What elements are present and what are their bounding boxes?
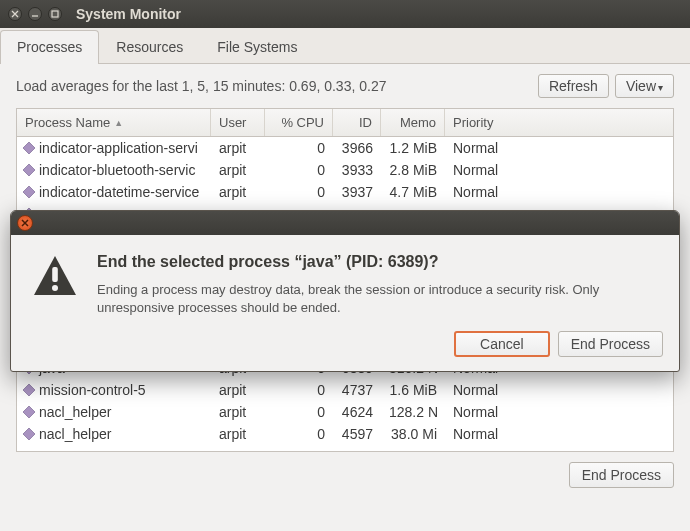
window-titlebar: System Monitor <box>0 0 690 28</box>
cell-user: arpit <box>211 402 265 422</box>
cell-user: arpit <box>211 424 265 444</box>
refresh-button[interactable]: Refresh <box>538 74 609 98</box>
table-row[interactable]: indicator-bluetooth-servicarpit039332.8 … <box>17 159 673 181</box>
window-close-button[interactable] <box>8 7 22 21</box>
column-id[interactable]: ID <box>333 109 381 136</box>
window-maximize-button[interactable] <box>48 7 62 21</box>
cell-cpu: 0 <box>265 402 333 422</box>
tab-resources[interactable]: Resources <box>99 30 200 63</box>
cell-user: arpit <box>211 138 265 158</box>
dialog-confirm-button[interactable]: End Process <box>558 331 663 357</box>
footer: End Process <box>0 452 690 498</box>
cell-process-name: nacl_helper <box>17 424 211 444</box>
cell-process-name: indicator-application-servi <box>17 138 211 158</box>
column-process-name[interactable]: Process Name▲ <box>17 109 211 136</box>
window-controls <box>8 7 62 21</box>
dialog-cancel-button[interactable]: Cancel <box>454 331 550 357</box>
dialog-body-text: Ending a process may destroy data, break… <box>97 281 659 317</box>
table-header: Process Name▲ User % CPU ID Memo Priorit… <box>17 109 673 137</box>
cell-memory: 1.6 MiB <box>381 380 445 400</box>
cell-user: arpit <box>211 160 265 180</box>
tab-processes[interactable]: Processes <box>0 30 99 64</box>
cell-cpu: 0 <box>265 160 333 180</box>
table-row[interactable]: nacl_helperarpit0459738.0 MiNormal <box>17 423 673 445</box>
view-menu-button[interactable]: View▾ <box>615 74 674 98</box>
cell-cpu: 0 <box>265 424 333 444</box>
tab-bar: ProcessesResourcesFile Systems <box>0 28 690 64</box>
cell-cpu: 0 <box>265 138 333 158</box>
table-row[interactable]: indicator-application-serviarpit039661.2… <box>17 137 673 159</box>
toolbar: Load averages for the last 1, 5, 15 minu… <box>0 64 690 108</box>
cell-cpu: 0 <box>265 380 333 400</box>
cell-user: arpit <box>211 182 265 202</box>
column-priority[interactable]: Priority <box>445 109 673 136</box>
cell-memory: 128.2 N <box>381 402 445 422</box>
dialog-titlebar <box>11 211 679 235</box>
warning-icon <box>31 253 79 301</box>
cell-process-name: mission-control-5 <box>17 380 211 400</box>
dialog-close-button[interactable] <box>17 215 33 231</box>
cell-priority: Normal <box>445 380 673 400</box>
svg-point-2 <box>52 285 58 291</box>
cell-id: 3933 <box>333 160 381 180</box>
end-process-button[interactable]: End Process <box>569 462 674 488</box>
window-minimize-button[interactable] <box>28 7 42 21</box>
table-row[interactable]: mission-control-5arpit047371.6 MiBNormal <box>17 379 673 401</box>
cell-priority: Normal <box>445 402 673 422</box>
table-row[interactable]: indicator-datetime-servicearpit039374.7 … <box>17 181 673 203</box>
cell-priority: Normal <box>445 138 673 158</box>
cell-memory: 2.8 MiB <box>381 160 445 180</box>
dialog-heading: End the selected process “java” (PID: 63… <box>97 253 659 271</box>
cell-id: 3937 <box>333 182 381 202</box>
view-label: View <box>626 78 656 94</box>
dialog-text: End the selected process “java” (PID: 63… <box>97 253 659 317</box>
cell-id: 4624 <box>333 402 381 422</box>
svg-rect-1 <box>52 267 58 282</box>
window-title: System Monitor <box>76 6 181 22</box>
table-row[interactable]: nacl_helperarpit04624128.2 NNormal <box>17 401 673 423</box>
load-averages-label: Load averages for the last 1, 5, 15 minu… <box>16 78 386 94</box>
tab-file-systems[interactable]: File Systems <box>200 30 314 63</box>
confirm-dialog: End the selected process “java” (PID: 63… <box>10 210 680 372</box>
cell-id: 4737 <box>333 380 381 400</box>
svg-rect-0 <box>52 11 58 17</box>
cell-process-name: indicator-datetime-service <box>17 182 211 202</box>
cell-memory: 38.0 Mi <box>381 424 445 444</box>
cell-process-name: indicator-bluetooth-servic <box>17 160 211 180</box>
column-user[interactable]: User <box>211 109 265 136</box>
cell-id: 3966 <box>333 138 381 158</box>
cell-priority: Normal <box>445 424 673 444</box>
cell-cpu: 0 <box>265 182 333 202</box>
cell-memory: 4.7 MiB <box>381 182 445 202</box>
cell-user: arpit <box>211 380 265 400</box>
chevron-down-icon: ▾ <box>658 82 663 93</box>
cell-priority: Normal <box>445 182 673 202</box>
cell-priority: Normal <box>445 160 673 180</box>
column-cpu[interactable]: % CPU <box>265 109 333 136</box>
cell-process-name: nacl_helper <box>17 402 211 422</box>
sort-ascending-icon: ▲ <box>114 118 123 128</box>
column-memory[interactable]: Memo <box>381 109 445 136</box>
cell-memory: 1.2 MiB <box>381 138 445 158</box>
cell-id: 4597 <box>333 424 381 444</box>
